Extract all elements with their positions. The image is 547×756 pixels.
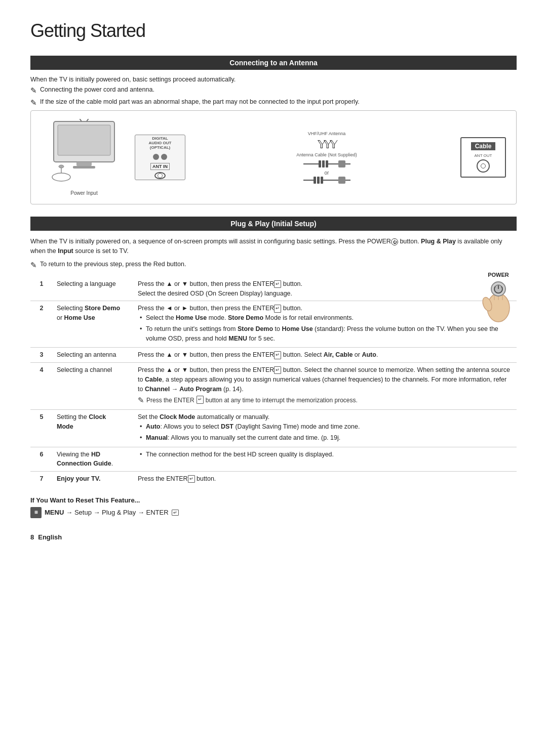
step-6-bullet-1: The connection method for the best HD sc…: [138, 450, 513, 459]
step-5-label-bold1: Clock: [89, 413, 106, 421]
step-4-note-text2: button at any time to interrupt the memo…: [206, 396, 358, 405]
step-5-desc-text: Set the: [138, 413, 160, 421]
step-5-bullet-2: Manual: Allows you to manually set the c…: [138, 433, 513, 443]
step-6-label-dot: .: [111, 460, 113, 467]
ant-in-label: ANT IN: [150, 163, 170, 170]
svg-rect-2: [76, 162, 92, 166]
note-icon-1: ✎: [30, 86, 37, 95]
step-4-number: 4: [30, 363, 53, 410]
step-3-desc-text3: or: [353, 351, 362, 358]
step-2-desc-text: Press the ◄ or ► button, then press the …: [138, 305, 274, 312]
power-label: POWER: [480, 272, 517, 278]
step-3-number: 3: [30, 348, 53, 363]
step-2-label: Selecting Store Demo or Home Use: [53, 301, 134, 348]
intro-bold-1: Plug & Play: [421, 238, 456, 245]
step-2-bullet-1: Select the Home Use mode. Store Demo Mod…: [138, 313, 513, 323]
section-plug-play: Plug & Play (Initial Setup) When the TV …: [30, 217, 517, 518]
steps-container: POWER 1 Selecting a l: [30, 277, 517, 486]
svg-point-6: [52, 173, 70, 181]
note-powered-on: When the TV is initially powered on, bas…: [30, 76, 517, 83]
step-5-row: 5 Setting the Clock Mode Set the Clock M…: [30, 410, 517, 447]
svg-rect-3: [73, 166, 95, 169]
panel-digital-label: DIGITALAUDIO OUT(OPTICAL): [149, 136, 172, 150]
note-icon-2: ✎: [30, 98, 37, 107]
note-cable-mold: ✎ If the size of the cable mold part was…: [30, 98, 517, 107]
step-4-desc-text: Press the ▲ or ▼ button, then press the …: [138, 366, 274, 373]
step-7-desc: Press the ENTER↵ button.: [134, 472, 517, 486]
step-6-label: Viewing the HD Connection Guide.: [53, 447, 134, 472]
step-2-desc-text2: button.: [281, 305, 302, 312]
step-2-label-text2: or: [57, 314, 64, 321]
intro-text-1: When the TV is initially powered on, a s…: [30, 238, 391, 245]
reset-title: If You Want to Reset This Feature...: [30, 496, 517, 504]
step-4-label: Selecting a channel: [53, 363, 134, 410]
antenna-cable-label: Antenna Cable (Not Supplied): [296, 152, 357, 157]
step-3-desc-text: Press the ▲ or ▼ button, then press the …: [138, 351, 274, 358]
step-7-number: 7: [30, 472, 53, 486]
menu-label: MENU: [45, 509, 64, 516]
step-7-desc-text2: button.: [195, 475, 216, 482]
step-5-label-text1: Setting the: [57, 413, 89, 421]
steps-table: 1 Selecting a language Press the ▲ or ▼ …: [30, 277, 517, 486]
section-plug-play-header: Plug & Play (Initial Setup): [30, 217, 517, 231]
page-lang: English: [38, 533, 62, 541]
step-4-note: ✎ Press the ENTER↵ button at any time to…: [138, 396, 513, 405]
note-return-text: To return to the previous step, press th…: [40, 261, 186, 268]
step-2-bullets: Select the Home Use mode. Store Demo Mod…: [138, 313, 513, 343]
note-text-1: When the TV is initially powered on, bas…: [30, 76, 236, 83]
step-3-desc-bold2: Auto: [362, 351, 376, 358]
step-3-desc-bold: Air, Cable: [324, 351, 353, 358]
step-1-desc: Press the ▲ or ▼ button, then press the …: [134, 277, 517, 301]
step-6-row: 6 Viewing the HD Connection Guide. The c…: [30, 447, 517, 472]
step-1-desc-text: Press the ▲ or ▼ button, then press the …: [138, 280, 274, 287]
cable-label: Cable: [471, 142, 496, 150]
tv-illustration: Power Input: [41, 119, 127, 196]
connectors-diagram: VHF/UHF Antenna 𝕐𝕐𝕐 Antenna Cable (Not S…: [193, 131, 460, 184]
power-input-label: Power Input: [70, 190, 97, 196]
step-1-desc-text2: button.: [281, 280, 302, 287]
page-number: 8: [30, 533, 34, 541]
svg-rect-1: [58, 125, 110, 155]
step-5-label: Setting the Clock Mode: [53, 410, 134, 447]
step-5-bullet-1: Auto: Allows you to select DST (Daylight…: [138, 422, 513, 432]
page-number-area: 8 English: [30, 533, 517, 541]
step-1-desc-text3: Select the desired OSD (On Screen Displa…: [138, 290, 292, 297]
step-5-number: 5: [30, 410, 53, 447]
svg-point-8: [59, 165, 64, 168]
step-4-desc-bold2: Channel → Auto Program: [145, 386, 222, 393]
step-7-desc-text: Press the ENTER: [138, 475, 188, 482]
step-6-bullets: The connection method for the best HD sc…: [138, 450, 513, 459]
step-6-number: 6: [30, 447, 53, 472]
step-4-desc-bold: Cable: [145, 376, 162, 383]
step-2-desc: Press the ◄ or ► button, then press the …: [134, 301, 517, 348]
step-6-desc: The connection method for the best HD sc…: [134, 447, 517, 472]
reset-section: If You Want to Reset This Feature... ⊞ M…: [30, 496, 517, 518]
step-5-desc-text2: automatically or manually.: [195, 413, 269, 421]
step-2-label-bold1: Store Demo: [85, 305, 120, 312]
step-7-row: 7 Enjoy your TV. Press the ENTER↵ button…: [30, 472, 517, 486]
step-5-bullets: Auto: Allows you to select DST (Daylight…: [138, 422, 513, 443]
step-5-desc: Set the Clock Mode automatically or manu…: [134, 410, 517, 447]
section-antenna-header: Connecting to an Antenna: [30, 56, 517, 70]
step-6-label-bold2: Connection Guide: [57, 460, 111, 467]
cable-circle: [477, 159, 490, 173]
step-4-desc: Press the ▲ or ▼ button, then press the …: [134, 363, 517, 410]
step-3-desc: Press the ▲ or ▼ button, then press the …: [134, 348, 517, 363]
cable-box: Cable ANT OUT: [460, 137, 506, 178]
intro-text-3: source is set to TV.: [73, 247, 129, 255]
tv-svg: [49, 119, 120, 185]
section-antenna: Connecting to an Antenna When the TV is …: [30, 56, 517, 204]
menu-icon: ⊞: [30, 507, 42, 518]
step-5-desc-bold: Clock Mode: [160, 413, 195, 421]
note-icon-return: ✎: [30, 261, 37, 270]
step-7-label: Enjoy your TV.: [53, 472, 134, 486]
or-text: or: [325, 170, 329, 176]
step-1-label: Selecting a language: [53, 277, 134, 301]
step-3-desc-text4: .: [376, 351, 378, 358]
antenna-symbol: 𝕐𝕐𝕐: [318, 138, 336, 151]
step-2-bullet-2: To return the unit's settings from Store…: [138, 324, 513, 344]
step-4-desc-text4: (p. 14).: [222, 386, 244, 393]
antenna-diagram: Power Input DIGITALAUDIO OUT(OPTICAL) AN…: [30, 110, 517, 204]
menu-path: ⊞ MENU → Setup → Plug & Play → ENTER↵: [30, 507, 517, 518]
step-5-label-bold2: Mode: [57, 423, 73, 430]
